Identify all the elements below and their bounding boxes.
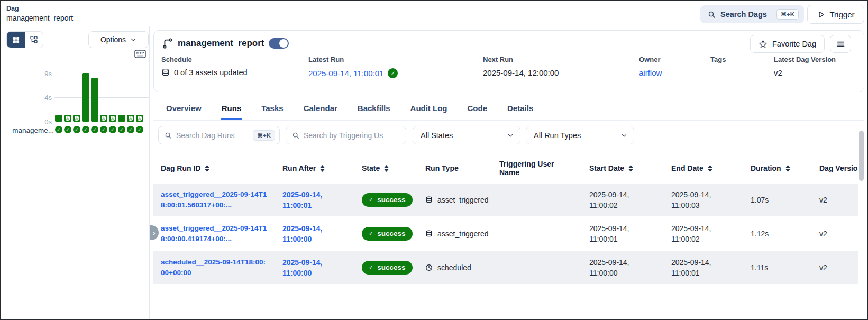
- latest-run-link[interactable]: 2025-09-14, 11:00:01: [308, 69, 383, 78]
- run-status-success-icon[interactable]: ✓: [127, 126, 134, 133]
- field-latest-run: Latest Run 2025-09-14, 11:00:01 ✓: [308, 56, 398, 78]
- run-duration-bar-chart: [55, 71, 149, 122]
- sidebar-divider: [149, 26, 150, 319]
- status-badge: ✓success: [362, 261, 413, 275]
- chevron-right-icon: ›: [153, 229, 155, 237]
- grid-view-button[interactable]: [7, 32, 25, 48]
- duration-bar[interactable]: [82, 73, 89, 122]
- owner-link[interactable]: airflow: [639, 68, 662, 77]
- run-type-filter-select[interactable]: All Run Types: [526, 126, 634, 144]
- run-status-success-icon[interactable]: ✓: [55, 126, 62, 133]
- search-triggering-user-field[interactable]: [286, 126, 406, 144]
- state-filter-select[interactable]: All States: [413, 126, 520, 144]
- run-after-link[interactable]: 2025-09-14, 11:00:00: [282, 223, 347, 245]
- duration-bar[interactable]: [127, 115, 134, 122]
- run-after-link[interactable]: 2025-09-14, 11:00:00: [282, 257, 347, 279]
- run-after-link[interactable]: 2025-09-14, 11:00:01: [282, 189, 347, 211]
- run-status-success-icon[interactable]: ✓: [100, 126, 107, 133]
- sort-icon: [205, 165, 209, 172]
- dag-run-id-link[interactable]: asset_triggered__2025-09-14T18:00:00.419…: [161, 223, 268, 244]
- owner-label: Owner: [639, 56, 662, 63]
- start-date-value: 2025-09-14, 11:00:00: [589, 257, 656, 279]
- tab-overview[interactable]: Overview: [165, 99, 203, 120]
- page-title: management_report: [6, 14, 73, 22]
- end-date-value: 2025-09-14, 11:00:02: [671, 223, 736, 245]
- graph-view-button[interactable]: [25, 32, 43, 48]
- column-header-state[interactable]: State: [354, 153, 418, 184]
- column-header-triggering-user: Triggering User Name: [492, 153, 582, 184]
- duration-bar[interactable]: [55, 115, 62, 122]
- run-type-value: asset_triggered: [437, 228, 489, 239]
- y-tick-4s: 4s: [33, 94, 52, 102]
- success-check-icon: ✓: [388, 68, 398, 78]
- duration-bar[interactable]: [136, 115, 143, 122]
- tab-audit-log[interactable]: Audit Log: [409, 99, 449, 120]
- schedule-value: 0 of 3 assets updated: [174, 68, 248, 77]
- column-header-dag-run-id[interactable]: Dag Run ID: [153, 153, 275, 184]
- trigger-dag-button[interactable]: Trigger: [807, 5, 864, 24]
- tab-runs[interactable]: Runs: [221, 99, 243, 120]
- start-date-value: 2025-09-14, 11:00:01: [589, 223, 656, 245]
- sort-icon: [785, 165, 790, 172]
- y-tick-0s: 0s: [33, 118, 52, 126]
- gridline-0s: [54, 122, 149, 122]
- duration-bar[interactable]: [64, 115, 71, 122]
- breadcrumb[interactable]: Dag: [6, 5, 19, 12]
- column-header-duration[interactable]: Duration: [743, 153, 812, 184]
- tab-details[interactable]: Details: [506, 99, 534, 120]
- run-status-success-icon[interactable]: ✓: [73, 126, 80, 133]
- run-status-success-icon[interactable]: ✓: [109, 126, 116, 133]
- view-mode-toggle: [6, 31, 43, 48]
- field-owner: Owner airflow: [639, 56, 662, 77]
- tab-calendar[interactable]: Calendar: [303, 99, 339, 120]
- vertical-scrollbar-thumb[interactable]: [859, 131, 864, 181]
- table-header-row: Dag Run ID Run After State Run Type Trig…: [153, 153, 858, 184]
- end-date-value: 2025-09-14, 11:00:03: [671, 189, 736, 211]
- database-icon: [161, 68, 170, 77]
- tab-backfills[interactable]: Backfills: [357, 99, 391, 120]
- dag-pause-toggle[interactable]: [269, 38, 289, 49]
- duration-bar[interactable]: [100, 115, 107, 122]
- database-icon: [425, 230, 433, 237]
- duration-bar[interactable]: [109, 115, 116, 122]
- field-next-run: Next Run 2025-09-14, 12:00:00: [483, 56, 559, 77]
- column-header-end-date[interactable]: End Date: [664, 153, 743, 184]
- favorite-dag-label: Favorite Dag: [772, 40, 816, 48]
- column-header-run-after[interactable]: Run After: [275, 153, 354, 184]
- run-status-success-icon[interactable]: ✓: [91, 126, 98, 133]
- chart-baseline: [24, 135, 149, 135]
- play-icon: [817, 11, 825, 19]
- run-status-success-icon[interactable]: ✓: [136, 126, 143, 133]
- tab-code[interactable]: Code: [467, 99, 489, 120]
- search-dags-button[interactable]: Search Dags ⌘+K: [700, 5, 804, 23]
- next-run-label: Next Run: [483, 56, 559, 63]
- dag-run-id-link[interactable]: scheduled__2025-09-14T18:00:00+00:00: [161, 257, 268, 278]
- dag-run-id-link[interactable]: asset_triggered__2025-09-14T18:00:01.560…: [161, 189, 268, 210]
- column-header-start-date[interactable]: Start Date: [582, 153, 664, 184]
- duration-bar[interactable]: [73, 115, 80, 122]
- y-tick-9s: 9s: [33, 70, 52, 78]
- options-dropdown[interactable]: Options: [88, 31, 149, 48]
- run-status-success-icon[interactable]: ✓: [82, 126, 89, 133]
- duration-bar[interactable]: [118, 115, 125, 122]
- dag-actions-menu-button[interactable]: [830, 35, 851, 53]
- keyboard-shortcuts-icon[interactable]: [134, 50, 146, 60]
- duration-bar[interactable]: [91, 78, 98, 122]
- status-badge: ✓success: [362, 193, 413, 207]
- favorite-dag-button[interactable]: Favorite Dag: [750, 35, 825, 53]
- run-status-success-icon[interactable]: ✓: [64, 126, 71, 133]
- airflow-dag-page: Dag management_report Search Dags ⌘+K Tr…: [0, 0, 868, 320]
- sort-icon: [628, 165, 633, 172]
- grid-icon: [12, 36, 20, 44]
- tab-tasks[interactable]: Tasks: [260, 99, 284, 120]
- search-icon: [165, 132, 172, 139]
- search-dags-label: Search Dags: [720, 10, 772, 19]
- search-dag-runs-field[interactable]: ⌘+K: [158, 126, 280, 144]
- search-icon: [292, 132, 299, 139]
- search-dag-runs-input[interactable]: [176, 131, 249, 140]
- run-status-success-icon[interactable]: ✓: [118, 126, 125, 133]
- dag-header-card: management_report Favorite Dag Schedule …: [153, 30, 864, 92]
- duration-value: 1.07s: [751, 195, 769, 205]
- dag-version-value: v2: [819, 195, 827, 205]
- search-triggering-user-input[interactable]: [304, 131, 401, 140]
